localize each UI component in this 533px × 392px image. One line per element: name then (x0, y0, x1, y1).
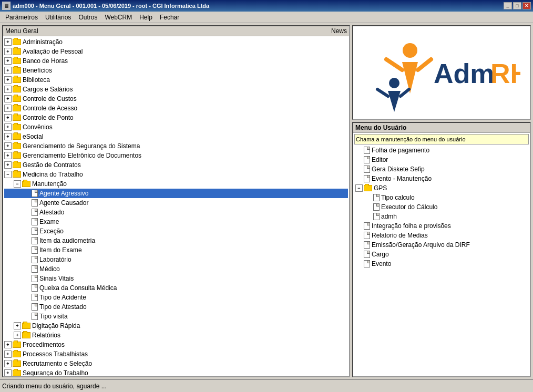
user-menu-maint-button[interactable]: Chama a manutenção do menu do usuário (354, 134, 529, 145)
user-menu-item-evento[interactable]: Evento (354, 259, 529, 269)
tree-item-dig_rap[interactable]: +Digitação Rápida (4, 321, 348, 331)
tree-item-medico[interactable]: Médico (4, 264, 348, 274)
expander-ger_ele[interactable]: + (4, 152, 12, 159)
um-label-admh: admh (381, 212, 397, 221)
tree-item-ger_ele[interactable]: +Gerenciamento Eletrônico de Documentos (4, 151, 348, 160)
tree-item-banco[interactable]: +Banco de Horas (4, 56, 348, 66)
expander-proc_trab[interactable]: + (4, 350, 12, 358)
tree-item-biblio[interactable]: +Biblioteca (4, 75, 348, 85)
tree-item-ger_seg[interactable]: +Gerenciamento de Segurança do Sistema (4, 141, 348, 151)
tree-item-benef[interactable]: +Benefícios (4, 66, 348, 75)
tree-item-ctrl_ponto[interactable]: +Controle de Ponto (4, 113, 348, 122)
expander-aval[interactable]: + (4, 48, 12, 55)
user-menu-item-integ[interactable]: Integração folha e provisões (354, 221, 529, 231)
user-menu-item-folha[interactable]: Folha de pagamento (354, 146, 529, 155)
doc-icon-um-evento_man (364, 175, 370, 182)
um-label-integ: Integração folha e provisões (372, 222, 451, 230)
expander-cargos[interactable]: + (4, 86, 12, 93)
user-menu-item-evento_man[interactable]: Evento - Manutenção (354, 174, 529, 183)
close-button[interactable]: ✕ (522, 2, 531, 9)
folder-icon-proced (13, 342, 21, 348)
tree-item-seg_trab[interactable]: +Segurança do Trabalho (4, 368, 348, 376)
user-menu-item-exec_calc[interactable]: Executor do Cálculo (354, 202, 529, 212)
expander-banco[interactable]: + (4, 57, 12, 65)
tree-item-tipo_visit[interactable]: Tipo visita (4, 312, 348, 321)
tree-item-exame[interactable]: Exame (4, 217, 348, 226)
tree-item-atestado[interactable]: Atestado (4, 208, 348, 217)
um-label-exec_calc: Executor do Cálculo (381, 203, 437, 211)
doc-icon-um-emissao (364, 241, 370, 249)
tree-label-proc_trab: Processos Trabalhistas (23, 350, 88, 358)
user-menu-item-rel_med[interactable]: Relatorio de Medias (354, 231, 529, 240)
expander-ger_seg[interactable]: + (4, 142, 12, 150)
tree-item-item_audio[interactable]: Item da audiometria (4, 236, 348, 245)
tree-item-ctrl_acesso[interactable]: +Controle de Acesso (4, 104, 348, 113)
tree-item-proc_trab[interactable]: +Processos Trabalhistas (4, 349, 348, 359)
folder-icon-recr (13, 360, 21, 367)
user-menu-item-emissao[interactable]: Emissão/Geração Arquivo da DIRF (354, 240, 529, 250)
menu-item-fechar[interactable]: Fechar (157, 13, 182, 22)
tree-container[interactable]: +Administração+Avaliação de Pessoal+Banc… (3, 36, 349, 376)
tree-item-aval[interactable]: +Avaliação de Pessoal (4, 47, 348, 56)
user-menu-item-gps[interactable]: −GPS (354, 183, 529, 193)
tree-item-tipo_acid[interactable]: Tipo de Acidente (4, 293, 348, 302)
expander-med[interactable]: − (4, 171, 12, 178)
tree-item-ctrl_custo[interactable]: +Controle de Custos (4, 94, 348, 104)
tree-item-agente_agr[interactable]: Agente Agressivo (4, 189, 348, 198)
doc-icon-um-admh (373, 213, 380, 220)
expander-benef[interactable]: + (4, 67, 12, 74)
tree-item-esocial[interactable]: +eSocial (4, 132, 348, 141)
tree-item-sinais[interactable]: Sinais Vitais (4, 274, 348, 283)
expander-proced[interactable]: + (4, 341, 12, 348)
expander-biblio[interactable]: + (4, 76, 12, 84)
expander-recr[interactable]: + (4, 360, 12, 367)
expander-esocial[interactable]: + (4, 133, 12, 140)
menu-item-outros[interactable]: Outros (75, 13, 100, 22)
tree-item-admin[interactable]: +Administração (4, 37, 348, 47)
menu-item-parametros[interactable]: Parâmetros (2, 13, 41, 22)
tree-item-gest_cont[interactable]: +Gestão de Contratos (4, 160, 348, 170)
user-menu-item-editor[interactable]: Editor (354, 155, 529, 164)
expander-ctrl_custo[interactable]: + (4, 95, 12, 102)
tree-label-ger_ele: Gerenciamento Eletrônico de Documentos (23, 151, 141, 160)
tree-item-conv[interactable]: +Convênios (4, 122, 348, 132)
menu-item-help[interactable]: Help (136, 13, 156, 22)
tree-item-relatorios[interactable]: +Relatórios (4, 331, 348, 340)
tree-item-cargos[interactable]: +Cargos e Salários (4, 85, 348, 94)
tree-item-queixa[interactable]: Queixa da Consulta Médica (4, 283, 348, 293)
tree-label-med: Medicina do Trabalho (23, 170, 83, 179)
expander-ctrl_acesso[interactable]: + (4, 105, 12, 112)
tree-item-manut[interactable]: −Manutenção (4, 179, 348, 189)
user-menu-item-cargo[interactable]: Cargo (354, 250, 529, 259)
expander-admin[interactable]: + (4, 38, 12, 46)
title-bar: 🖥 adm000 - Menu Geral - 001.001 - 05/06/… (0, 0, 533, 12)
tree-item-recr[interactable]: +Recrutamento e Seleção (4, 359, 348, 368)
tree-item-lab[interactable]: Laboratório (4, 255, 348, 264)
tree-item-item_exame[interactable]: Item do Exame (4, 245, 348, 255)
svg-line-2 (386, 59, 402, 70)
expander-dig_rap[interactable]: + (14, 322, 21, 329)
expander-um-gps[interactable]: − (355, 184, 363, 192)
doc-icon-um-evento (364, 260, 370, 267)
user-menu-list[interactable]: Chama a manutenção do menu do usuárioFol… (353, 133, 530, 376)
minimize-button[interactable]: _ (504, 2, 512, 9)
expander-seg_trab[interactable]: + (4, 369, 12, 376)
user-menu-item-tipo_calc[interactable]: Tipo calculo (354, 193, 529, 202)
tree-item-proced[interactable]: +Procedimentos (4, 340, 348, 349)
user-menu-item-gera_disk[interactable]: Gera Diskete Sefip (354, 164, 529, 174)
tree-item-agente_caus[interactable]: Agente Causador (4, 198, 348, 208)
tree-item-excecao[interactable]: Exceção (4, 226, 348, 236)
tree-item-tipo_atest[interactable]: Tipo de Atestado (4, 302, 348, 312)
expander-manut[interactable]: − (14, 180, 21, 188)
expander-ctrl_ponto[interactable]: + (4, 114, 12, 121)
user-menu-item-admh[interactable]: admh (354, 212, 529, 221)
menu-item-webcrm[interactable]: WebCRM (101, 13, 135, 22)
maximize-button[interactable]: □ (513, 2, 521, 9)
doc-icon-um-rel_med (364, 232, 370, 239)
expander-relatorios[interactable]: + (14, 332, 21, 339)
doc-icon-lab (32, 256, 38, 263)
expander-conv[interactable]: + (4, 123, 12, 131)
menu-item-utilitarios[interactable]: Utilitários (42, 13, 74, 22)
tree-item-med[interactable]: −Medicina do Trabalho (4, 170, 348, 179)
expander-gest_cont[interactable]: + (4, 161, 12, 169)
